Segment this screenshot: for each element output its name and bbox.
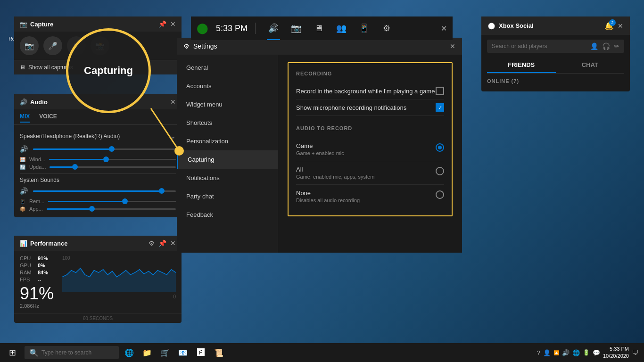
social-close-icon[interactable]: ✕ [618, 22, 623, 30]
notification-badge: 2 [609, 19, 616, 26]
headset-icon[interactable]: 🎧 [602, 42, 610, 50]
tab-mix[interactable]: MIX [20, 113, 30, 123]
xbox-logo: ⬤ [197, 22, 208, 34]
menu-shortcuts[interactable]: Shortcuts [177, 114, 278, 132]
taskbar-script-icon[interactable]: 📜 [210, 344, 227, 361]
menu-feedback[interactable]: Feedback [177, 206, 278, 224]
search-icon: 🔍 [29, 348, 39, 357]
notification-center-icon[interactable]: 🗨 [632, 349, 638, 356]
taskbar-edge-icon[interactable]: 🌐 [121, 344, 138, 361]
social-tabs: FRIENDS CHAT [487, 58, 624, 74]
perf-chart: 100 0 [62, 255, 176, 293]
xbox-close[interactable]: ✕ [441, 24, 447, 33]
mic-notification-checkbox[interactable] [436, 103, 444, 112]
network-icon[interactable]: 🌐 [572, 349, 580, 356]
tab-chat[interactable]: CHAT [556, 58, 625, 73]
taskbar-folder-icon[interactable]: 📁 [139, 344, 156, 361]
message-icon[interactable]: 💬 [593, 349, 600, 356]
xbox-bar: ⬤ 5:33 PM 🔊 📷 🖥 👥 📱 ⚙ ✕ [191, 16, 453, 40]
start-button[interactable]: ⊞ [2, 343, 23, 362]
tab-friends[interactable]: FRIENDS [487, 58, 556, 73]
person-search-icon[interactable]: 👤 [590, 42, 598, 50]
perf-title: 📊 Performance [20, 240, 67, 247]
help-icon[interactable]: ? [537, 349, 540, 356]
tab-voice[interactable]: VOICE [39, 113, 57, 123]
rem-slider[interactable] [48, 201, 176, 202]
settings-body: General Accounts Widget menu Shortcuts P… [177, 55, 462, 253]
menu-personalization[interactable]: Personalization [177, 132, 278, 150]
screenshot-button[interactable]: 📷 [20, 36, 39, 55]
svg-point-1 [174, 146, 184, 156]
settings-sidebar: General Accounts Widget menu Shortcuts P… [177, 55, 278, 253]
taskbar-store-icon[interactable]: 🛒 [157, 344, 173, 361]
upd-slider[interactable] [50, 166, 176, 168]
xbox-social-panel: ⬤ Xbox Social 🔔 2 ✕ 👤 🎧 ✏ FRIENDS CHAT O… [481, 16, 630, 91]
taskbar-mail-icon[interactable]: 📧 [174, 344, 191, 361]
nav-screen[interactable]: 🖥 [308, 16, 329, 40]
start-icon: ⊞ [9, 347, 16, 358]
settings-panel: ⚙ Settings ✕ General Accounts Widget men… [177, 38, 462, 253]
audio-none-option: None Disables all audio recording [296, 185, 444, 208]
menu-capturing[interactable]: Capturing [177, 150, 278, 169]
menu-party-chat[interactable]: Party chat [177, 187, 278, 206]
menu-general[interactable]: General [177, 58, 278, 77]
perf-stats: CPU 91% GPU 0% RAM 84% FPS -- [20, 255, 58, 282]
menu-notifications[interactable]: Notifications [177, 169, 278, 187]
close-icon[interactable]: ✕ [170, 239, 176, 247]
cpu-big-number: 91% [20, 285, 58, 302]
people-icon[interactable]: 👤 [543, 349, 551, 356]
taskbar-clock[interactable]: 5:33 PM 10/20/2020 [603, 346, 629, 360]
settings-main: RECORDING Record in the background while… [278, 55, 462, 253]
menu-widget-menu[interactable]: Widget menu [177, 95, 278, 114]
xbox-social-icon: ⬤ [488, 22, 495, 29]
nav-phone[interactable]: 📱 [354, 16, 374, 40]
notification-bell[interactable]: 🔔 2 [604, 21, 614, 30]
system-volume-slider[interactable] [33, 190, 176, 192]
nav-audio[interactable]: 🔊 [263, 16, 284, 40]
social-search-bar[interactable]: 👤 🎧 ✏ [487, 40, 624, 53]
xbox-nav-icons: 🔊 📷 🖥 👥 📱 ⚙ [263, 16, 397, 40]
expand-tray-icon[interactable]: 🔼 [553, 350, 559, 355]
system-slider-row: 🔊 [20, 185, 176, 197]
audio-game-radio[interactable] [436, 143, 444, 152]
social-search-input[interactable] [492, 43, 586, 49]
close-icon[interactable]: ✕ [170, 20, 176, 28]
background-record-checkbox[interactable] [436, 87, 444, 95]
taskbar-search[interactable]: 🔍 [25, 346, 119, 359]
perf-left: CPU 91% GPU 0% RAM 84% FPS -- 91% 2.086H… [20, 255, 58, 309]
settings-gear-icon: ⚙ [183, 42, 190, 50]
audio-all-radio[interactable] [436, 167, 444, 175]
battery-icon[interactable]: 🔋 [583, 349, 590, 356]
system-volume-icon: 🔊 [20, 187, 29, 195]
nav-settings[interactable]: ⚙ [376, 16, 397, 40]
mic-button[interactable]: 🎤 [43, 36, 62, 55]
search-input[interactable] [41, 349, 114, 356]
taskbar-app-icons: 🌐 📁 🛒 📧 🅰 📜 [121, 344, 227, 361]
settings-icon[interactable]: ⚙ [149, 239, 155, 247]
xbox-time: 5:33 PM [216, 24, 248, 33]
settings-close-icon[interactable]: ✕ [450, 42, 455, 50]
slider-fill [33, 148, 112, 150]
sys-tray-icons: ? 👤 🔼 🔊 🌐 🔋 💬 [537, 349, 600, 356]
system-sounds-row: System Sounds 🔊 [20, 173, 176, 197]
perf-content: CPU 91% GPU 0% RAM 84% FPS -- 91% 2.086H… [14, 251, 182, 313]
sys-slider-thumb[interactable] [159, 188, 165, 194]
menu-accounts[interactable]: Accounts [177, 77, 278, 95]
perf-chart-svg [62, 262, 176, 292]
compose-icon[interactable]: ✏ [614, 42, 619, 50]
app-slider[interactable] [47, 208, 176, 210]
slider-thumb[interactable] [109, 146, 115, 152]
online-label: ONLINE (7) [487, 78, 624, 84]
nav-capture[interactable]: 📷 [286, 16, 306, 40]
audio-none-radio[interactable] [436, 190, 444, 199]
audio-game-option: Game Game + enabled mic [296, 138, 444, 161]
taskbar-amazon-icon[interactable]: 🅰 [192, 344, 209, 361]
gpu-stat: GPU 0% [20, 263, 58, 268]
pin-icon[interactable]: 📌 [158, 20, 166, 28]
capture-header-icons: 📌 ✕ [158, 20, 176, 28]
pin-icon[interactable]: 📌 [158, 239, 166, 247]
nav-people[interactable]: 👥 [331, 16, 352, 40]
audio-title: 🔊 Audio [20, 99, 48, 106]
social-header: ⬤ Xbox Social 🔔 2 ✕ [481, 16, 630, 35]
volume-tray-icon[interactable]: 🔊 [562, 349, 570, 356]
